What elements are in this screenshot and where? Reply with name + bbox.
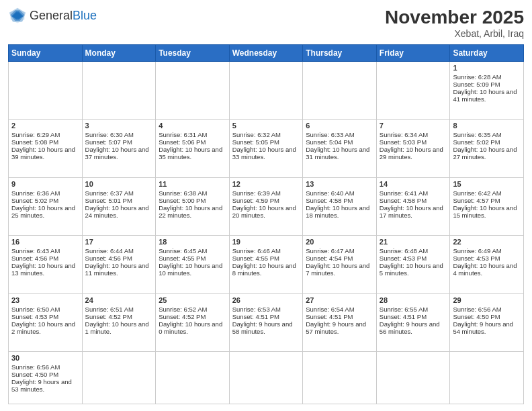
sunset-text: Sunset: 4:55 PM	[232, 255, 279, 262]
sunset-text: Sunset: 4:52 PM	[159, 313, 206, 320]
daylight-text: Daylight: 10 hours and 27 minutes.	[453, 146, 517, 161]
day-number: 1	[453, 64, 521, 72]
daylight-text: Daylight: 10 hours and 18 minutes.	[306, 204, 369, 219]
calendar-cell-0-4	[303, 62, 377, 120]
calendar-cell-0-5	[376, 62, 450, 120]
sunset-text: Sunset: 4:56 PM	[11, 255, 58, 262]
daylight-text: Daylight: 10 hours and 35 minutes.	[159, 146, 222, 161]
sunrise-text: Sunrise: 6:49 AM	[453, 247, 501, 255]
day-number: 29	[453, 296, 521, 304]
daylight-text: Daylight: 10 hours and 41 minutes.	[453, 88, 517, 103]
calendar-week-2: 9Sunrise: 6:36 AMSunset: 5:02 PMDaylight…	[9, 177, 524, 235]
header-friday: Friday	[376, 45, 450, 62]
sunset-text: Sunset: 4:56 PM	[85, 255, 132, 262]
calendar-week-4: 23Sunrise: 6:50 AMSunset: 4:53 PMDayligh…	[9, 293, 524, 351]
sunrise-text: Sunrise: 6:35 AM	[453, 131, 501, 138]
sunset-text: Sunset: 5:06 PM	[159, 138, 206, 146]
daylight-text: Daylight: 10 hours and 31 minutes.	[306, 146, 369, 161]
daylight-text: Daylight: 10 hours and 15 minutes.	[453, 204, 517, 219]
day-number: 16	[11, 238, 79, 246]
calendar-cell-5-0: 30Sunrise: 6:56 AMSunset: 4:50 PMDayligh…	[9, 351, 83, 404]
day-number: 13	[306, 180, 373, 188]
sunset-text: Sunset: 5:07 PM	[85, 138, 132, 146]
calendar-cell-0-0	[9, 62, 83, 120]
sunset-text: Sunset: 4:53 PM	[380, 255, 427, 262]
day-number: 21	[380, 238, 447, 246]
sunset-text: Sunset: 5:02 PM	[11, 197, 58, 204]
calendar-cell-3-3: 19Sunrise: 6:46 AMSunset: 4:55 PMDayligh…	[229, 236, 303, 293]
sunrise-text: Sunrise: 6:45 AM	[159, 247, 207, 255]
sunrise-text: Sunrise: 6:40 AM	[306, 189, 354, 197]
calendar-cell-4-2: 25Sunrise: 6:52 AMSunset: 4:52 PMDayligh…	[156, 293, 230, 351]
sunrise-text: Sunrise: 6:36 AM	[11, 189, 60, 197]
sunrise-text: Sunrise: 6:34 AM	[380, 131, 428, 138]
header-sunday: Sunday	[9, 45, 83, 62]
daylight-text: Daylight: 10 hours and 5 minutes.	[380, 262, 443, 277]
sunset-text: Sunset: 4:53 PM	[453, 255, 500, 262]
sunset-text: Sunset: 5:04 PM	[306, 138, 353, 146]
sunrise-text: Sunrise: 6:51 AM	[85, 306, 134, 313]
daylight-text: Daylight: 10 hours and 37 minutes.	[85, 146, 149, 161]
sunrise-text: Sunrise: 6:38 AM	[159, 189, 207, 197]
calendar-cell-2-2: 11Sunrise: 6:38 AMSunset: 5:00 PMDayligh…	[156, 177, 230, 235]
daylight-text: Daylight: 10 hours and 22 minutes.	[159, 204, 222, 219]
calendar-cell-2-6: 15Sunrise: 6:42 AMSunset: 4:57 PMDayligh…	[450, 177, 524, 235]
sunrise-text: Sunrise: 6:28 AM	[453, 73, 501, 81]
sunrise-text: Sunrise: 6:43 AM	[11, 247, 60, 255]
sunrise-text: Sunrise: 6:39 AM	[232, 189, 281, 197]
sunrise-text: Sunrise: 6:54 AM	[306, 306, 354, 313]
sunset-text: Sunset: 4:53 PM	[11, 313, 58, 320]
calendar-cell-1-2: 4Sunrise: 6:31 AMSunset: 5:06 PMDaylight…	[156, 120, 230, 177]
daylight-text: Daylight: 10 hours and 29 minutes.	[380, 146, 443, 161]
day-number: 14	[380, 180, 447, 188]
daylight-text: Daylight: 9 hours and 58 minutes.	[232, 320, 293, 335]
header-tuesday: Tuesday	[156, 45, 230, 62]
day-number: 6	[306, 122, 373, 130]
day-number: 23	[11, 296, 79, 304]
page: GeneralBlue November 2025 Xebat, Arbil, …	[0, 0, 532, 411]
daylight-text: Daylight: 10 hours and 39 minutes.	[11, 146, 75, 161]
day-number: 4	[159, 122, 226, 130]
day-number: 17	[85, 238, 153, 246]
sunset-text: Sunset: 4:50 PM	[453, 313, 500, 320]
sunset-text: Sunset: 5:05 PM	[232, 138, 279, 146]
day-number: 3	[85, 122, 153, 130]
calendar-cell-1-5: 7Sunrise: 6:34 AMSunset: 5:03 PMDaylight…	[376, 120, 450, 177]
sunset-text: Sunset: 5:01 PM	[85, 197, 132, 204]
sunset-text: Sunset: 4:57 PM	[453, 197, 500, 204]
calendar-table: Sunday Monday Tuesday Wednesday Thursday…	[8, 44, 524, 404]
calendar-cell-2-3: 12Sunrise: 6:39 AMSunset: 4:59 PMDayligh…	[229, 177, 303, 235]
sunset-text: Sunset: 5:09 PM	[453, 81, 500, 88]
calendar-cell-1-0: 2Sunrise: 6:29 AMSunset: 5:08 PMDaylight…	[9, 120, 83, 177]
sunrise-text: Sunrise: 6:52 AM	[159, 306, 207, 313]
logo-text: GeneralBlue	[30, 9, 97, 23]
day-number: 7	[380, 122, 447, 130]
calendar-cell-4-6: 29Sunrise: 6:56 AMSunset: 4:50 PMDayligh…	[450, 293, 524, 351]
calendar-cell-4-4: 27Sunrise: 6:54 AMSunset: 4:51 PMDayligh…	[303, 293, 377, 351]
sunset-text: Sunset: 4:50 PM	[11, 371, 58, 378]
sunrise-text: Sunrise: 6:29 AM	[11, 131, 60, 138]
sunset-text: Sunset: 4:51 PM	[232, 313, 279, 320]
day-number: 19	[232, 238, 300, 246]
day-number: 26	[232, 296, 300, 304]
calendar-cell-1-1: 3Sunrise: 6:30 AMSunset: 5:07 PMDaylight…	[82, 120, 156, 177]
day-number: 15	[453, 180, 521, 188]
daylight-text: Daylight: 10 hours and 13 minutes.	[11, 262, 75, 277]
calendar-cell-0-2	[156, 62, 230, 120]
daylight-text: Daylight: 10 hours and 10 minutes.	[159, 262, 222, 277]
calendar-cell-4-1: 24Sunrise: 6:51 AMSunset: 4:52 PMDayligh…	[82, 293, 156, 351]
header: GeneralBlue November 2025 Xebat, Arbil, …	[8, 7, 524, 39]
day-number: 9	[11, 180, 79, 188]
calendar-week-5: 30Sunrise: 6:56 AMSunset: 4:50 PMDayligh…	[9, 351, 524, 404]
sunset-text: Sunset: 4:51 PM	[380, 313, 427, 320]
sunrise-text: Sunrise: 6:53 AM	[232, 306, 281, 313]
day-number: 11	[159, 180, 226, 188]
day-number: 10	[85, 180, 153, 188]
daylight-text: Daylight: 9 hours and 57 minutes.	[306, 320, 366, 335]
calendar-cell-2-5: 14Sunrise: 6:41 AMSunset: 4:58 PMDayligh…	[376, 177, 450, 235]
daylight-text: Daylight: 10 hours and 17 minutes.	[380, 204, 443, 219]
calendar-cell-3-1: 17Sunrise: 6:44 AMSunset: 4:56 PMDayligh…	[82, 236, 156, 293]
calendar-cell-3-2: 18Sunrise: 6:45 AMSunset: 4:55 PMDayligh…	[156, 236, 230, 293]
calendar-week-3: 16Sunrise: 6:43 AMSunset: 4:56 PMDayligh…	[9, 236, 524, 293]
calendar-cell-1-6: 8Sunrise: 6:35 AMSunset: 5:02 PMDaylight…	[450, 120, 524, 177]
